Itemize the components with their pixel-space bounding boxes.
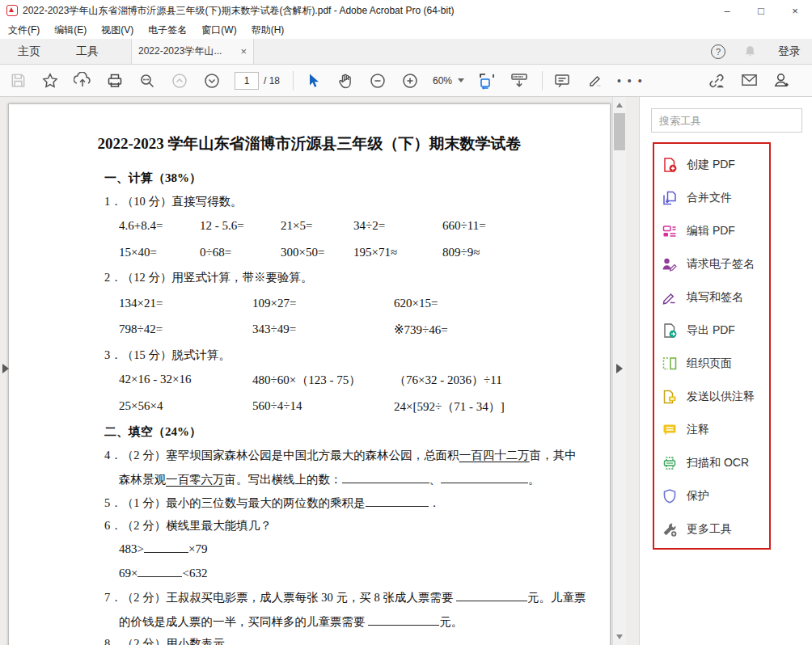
tab-close-icon[interactable]: × xyxy=(240,45,247,57)
q5-text: 5．（1 分）最小的三位数与最大的两位数的乘积是 xyxy=(104,496,366,509)
select-tool-icon[interactable] xyxy=(303,71,323,91)
menu-bar: 文件(F) 编辑(E) 视图(V) 电子签名 窗口(W) 帮助(H) xyxy=(0,21,812,39)
more-tools-icon[interactable]: • • • xyxy=(617,74,643,87)
answer-blank xyxy=(441,473,528,483)
main-area: 2022-2023 学年山东省淄博市沂源县三年级（下）期末数学试卷 一、计算（3… xyxy=(0,97,812,645)
expression: 25×56×4 xyxy=(119,399,252,415)
reading-mode-icon[interactable] xyxy=(510,71,529,91)
expression: 798÷42= xyxy=(119,322,252,337)
window-controls: – □ × xyxy=(710,0,812,21)
expression: 21×5= xyxy=(281,219,353,233)
minimize-button[interactable]: – xyxy=(710,0,744,21)
scroll-up-icon[interactable] xyxy=(616,103,623,108)
email-icon[interactable] xyxy=(739,71,759,91)
title-bar: 2022-2023学年山东省淄博市沂源县三年级(下)期末数学试卷(含解析).pd… xyxy=(0,0,812,21)
tool-comment[interactable]: 注释 xyxy=(654,413,769,446)
maximize-button[interactable]: □ xyxy=(744,0,778,21)
pdf-page: 2022-2023 学年山东省淄博市沂源县三年级（下）期末数学试卷 一、计算（3… xyxy=(8,103,611,645)
login-button[interactable]: 登录 xyxy=(778,44,801,59)
question-1-stem: 1．（10 分）直接写得数。 xyxy=(104,194,242,209)
tools-search-input[interactable] xyxy=(652,115,801,127)
tool-label: 注释 xyxy=(687,423,709,437)
notification-bell-icon[interactable] xyxy=(743,44,757,58)
q7-text: 元。儿童票 xyxy=(527,591,586,604)
hand-tool-icon[interactable] xyxy=(336,71,355,91)
tools-search[interactable] xyxy=(651,108,802,133)
menu-esign[interactable]: 电子签名 xyxy=(148,23,187,37)
menu-edit[interactable]: 编辑(E) xyxy=(54,23,87,37)
zoom-level-value: 60% xyxy=(433,75,452,86)
tool-label: 组织页面 xyxy=(687,356,732,371)
tool-fill-sign[interactable]: 填写和签名 xyxy=(654,280,769,314)
q4-text: 。 xyxy=(528,473,540,486)
tool-label: 导出 PDF xyxy=(687,323,735,338)
q4-text: 亩。写出横线上的数： xyxy=(225,473,342,486)
comment-icon[interactable] xyxy=(552,71,572,91)
expression: ※739÷46= xyxy=(394,322,448,337)
expression: 69× xyxy=(119,567,137,580)
share-upload-icon[interactable] xyxy=(73,71,92,91)
menu-file[interactable]: 文件(F) xyxy=(8,23,40,37)
tab-home[interactable]: 主页 xyxy=(0,39,58,64)
expression: 480÷60×（123 - 75） xyxy=(252,373,394,388)
tool-create-pdf[interactable]: 创建 PDF xyxy=(654,148,769,181)
print-icon[interactable] xyxy=(105,71,125,91)
next-page-icon[interactable] xyxy=(202,71,222,91)
expression: 483> xyxy=(119,542,144,555)
tab-document[interactable]: 2022-2023学年山... × xyxy=(131,39,254,64)
window-title: 2022-2023学年山东省淄博市沂源县三年级(下)期末数学试卷(含解析).pd… xyxy=(23,4,454,18)
tool-request-esign[interactable]: 请求电子签名 xyxy=(654,247,769,280)
fit-width-icon[interactable] xyxy=(477,71,497,91)
tool-more-tools[interactable]: 更多工具 xyxy=(654,512,769,546)
tool-combine-files[interactable]: 合并文件 xyxy=(654,181,769,214)
acrobat-app-icon xyxy=(6,5,18,16)
expression: 660÷11= xyxy=(442,219,486,233)
previous-page-icon[interactable] xyxy=(170,71,189,91)
q2-expression-row-1: 134×21=109×27=620×15= xyxy=(119,297,438,310)
close-button[interactable]: × xyxy=(778,0,812,21)
q5-text: ． xyxy=(429,496,441,509)
scrollbar-thumb[interactable] xyxy=(614,113,625,150)
expression: 809÷9≈ xyxy=(442,246,480,259)
expression: 42×16 - 32×16 xyxy=(119,373,252,388)
help-icon[interactable]: ? xyxy=(711,44,725,59)
section-2-heading: 二、填空（24%） xyxy=(104,424,201,440)
tab-bar-right: ? 登录 xyxy=(711,39,812,64)
right-panel-toggle-icon[interactable] xyxy=(616,364,623,373)
left-panel-toggle-icon[interactable] xyxy=(2,364,9,373)
section-1-heading: 一、计算（38%） xyxy=(104,171,201,186)
star-icon[interactable] xyxy=(40,71,60,91)
tool-label: 编辑 PDF xyxy=(687,224,735,238)
save-icon[interactable] xyxy=(8,71,27,91)
page-number-input[interactable] xyxy=(235,72,259,90)
tool-protect[interactable]: 保护 xyxy=(654,479,769,512)
expression: 109×27= xyxy=(252,297,394,310)
highlighter-icon[interactable] xyxy=(585,71,604,91)
search-icon[interactable] xyxy=(137,71,157,91)
zoom-in-icon[interactable] xyxy=(400,71,420,91)
page-total-label: / 18 xyxy=(264,75,280,86)
tool-label: 保护 xyxy=(687,489,709,504)
tool-label: 合并文件 xyxy=(687,191,732,205)
menu-view[interactable]: 视图(V) xyxy=(101,23,133,37)
expression: 560÷4÷14 xyxy=(252,399,394,415)
tool-edit-pdf[interactable]: 编辑 PDF xyxy=(654,214,769,247)
question-4-line-2: 森林景观一百零六万亩。写出横线上的数：、。 xyxy=(119,472,540,487)
tool-organize-pages[interactable]: 组织页面 xyxy=(654,347,769,380)
menu-help[interactable]: 帮助(H) xyxy=(252,23,285,37)
toolbar-divider xyxy=(542,71,543,91)
expression: ×79 xyxy=(188,542,207,555)
q7-text: 元。 xyxy=(439,615,463,628)
tool-send-for-comments[interactable]: 发送以供注释 xyxy=(654,380,769,413)
share-link-icon[interactable] xyxy=(707,71,726,91)
chevron-down-icon xyxy=(458,78,464,82)
expression: <632 xyxy=(182,567,207,580)
tool-export-pdf[interactable]: 导出 PDF xyxy=(654,314,769,347)
scroll-down-icon[interactable] xyxy=(616,634,623,639)
profile-icon[interactable] xyxy=(772,71,791,91)
tab-tools[interactable]: 工具 xyxy=(58,39,116,64)
zoom-out-icon[interactable] xyxy=(368,71,387,91)
zoom-level-dropdown[interactable]: 60% xyxy=(433,75,464,86)
tool-scan-ocr[interactable]: 扫描和 OCR xyxy=(654,446,769,479)
menu-window[interactable]: 窗口(W) xyxy=(201,23,236,37)
